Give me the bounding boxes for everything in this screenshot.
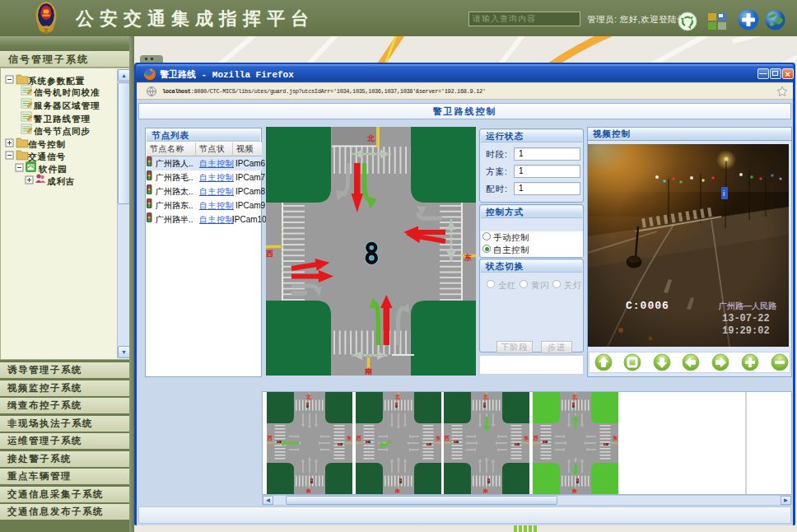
svg-text:北: 北 [366, 134, 375, 142]
svg-text:西: 西 [266, 250, 273, 258]
svg-text:南: 南 [365, 367, 372, 376]
svg-text:东: 东 [464, 254, 472, 262]
